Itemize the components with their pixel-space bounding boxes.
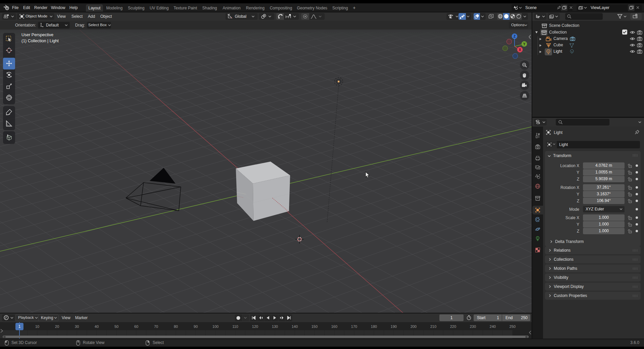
svg-text:Z: Z <box>514 35 516 38</box>
svg-text:Y: Y <box>523 42 526 46</box>
svg-text:X: X <box>519 48 521 52</box>
